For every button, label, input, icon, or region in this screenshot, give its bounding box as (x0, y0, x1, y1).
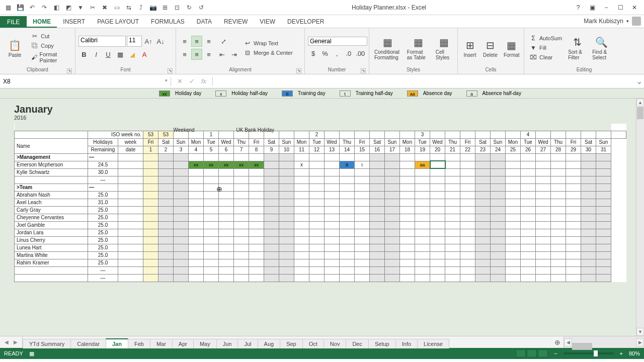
cell[interactable] (536, 221, 551, 229)
cell[interactable] (15, 176, 88, 184)
cell[interactable] (325, 266, 340, 274)
cell[interactable]: Lunea Hart (15, 244, 88, 251)
cell[interactable]: Sun (596, 138, 611, 146)
cell[interactable]: date (118, 146, 143, 153)
cell[interactable]: tt (340, 161, 355, 168)
cell[interactable] (370, 229, 385, 236)
cell[interactable] (506, 236, 521, 244)
cell[interactable] (174, 153, 189, 161)
cell[interactable] (219, 251, 234, 259)
cell[interactable] (536, 153, 551, 161)
cell[interactable] (385, 176, 400, 184)
cell[interactable] (506, 168, 521, 176)
cell[interactable] (294, 199, 309, 206)
cell[interactable] (189, 229, 204, 236)
cell[interactable] (15, 131, 88, 138)
cell[interactable] (506, 131, 521, 138)
scroll-up-icon[interactable]: ▲ (636, 99, 644, 107)
cell[interactable] (249, 251, 264, 259)
cell[interactable] (204, 214, 219, 221)
cell[interactable] (118, 168, 143, 176)
cell[interactable] (294, 191, 309, 199)
cell[interactable] (158, 206, 174, 214)
cell[interactable] (219, 168, 234, 176)
cell[interactable]: 7 (234, 146, 249, 153)
launcher-icon[interactable]: ⬊ (361, 68, 366, 73)
cell[interactable] (219, 229, 234, 236)
cell[interactable] (279, 176, 294, 184)
cell[interactable] (521, 236, 536, 244)
cell[interactable] (566, 251, 581, 259)
cell[interactable] (581, 214, 596, 221)
cell[interactable] (460, 274, 475, 282)
sheet-tab-may[interactable]: May (193, 339, 217, 348)
qat-icon[interactable]: ⊡ (172, 3, 182, 13)
cell[interactable] (475, 244, 491, 251)
sheet-tab-license[interactable]: License (417, 339, 449, 348)
cell[interactable] (158, 266, 174, 274)
cell[interactable]: Mon (294, 138, 309, 146)
cell[interactable] (264, 221, 279, 229)
cell[interactable]: Mon (400, 138, 415, 146)
cell[interactable] (400, 176, 415, 184)
decrease-indent-icon[interactable]: ⇤ (216, 49, 227, 60)
cell[interactable] (385, 199, 400, 206)
cell[interactable]: Tue (309, 138, 325, 146)
cell[interactable] (264, 229, 279, 236)
cell[interactable] (536, 206, 551, 214)
fx-icon[interactable]: fx (199, 77, 208, 86)
cell[interactable] (174, 236, 189, 244)
cell[interactable] (234, 251, 249, 259)
cell[interactable] (521, 161, 536, 168)
cell[interactable]: 25.0 (88, 229, 118, 236)
cell[interactable] (189, 168, 204, 176)
cell[interactable] (536, 176, 551, 184)
cell[interactable] (279, 161, 294, 168)
undo-icon[interactable]: ↶ (27, 3, 37, 13)
cell[interactable]: Tue (521, 138, 536, 146)
cell[interactable]: 25.0 (88, 251, 118, 259)
cell[interactable] (174, 221, 189, 229)
cell[interactable] (294, 214, 309, 221)
autosum-button[interactable]: ΣAutoSum (527, 34, 564, 43)
cell[interactable] (279, 259, 294, 266)
cell[interactable] (400, 229, 415, 236)
cell[interactable] (581, 161, 596, 168)
cell[interactable] (204, 274, 219, 282)
cell[interactable]: week (118, 138, 143, 146)
cell[interactable]: 5 (204, 146, 219, 153)
align-center-icon[interactable]: ≡ (191, 49, 202, 60)
cell[interactable] (355, 274, 370, 282)
cell[interactable]: xx (249, 161, 264, 168)
cell[interactable] (204, 244, 219, 251)
font-size-select[interactable]: 11 (127, 36, 142, 47)
cell[interactable] (143, 214, 158, 221)
number-format-select[interactable]: General (308, 37, 367, 46)
scroll-right-icon[interactable]: ▶ (636, 338, 644, 346)
cell[interactable] (385, 168, 400, 176)
cell[interactable] (294, 251, 309, 259)
cell[interactable]: 17 (385, 146, 400, 153)
cell[interactable] (551, 221, 566, 229)
cell[interactable] (551, 199, 566, 206)
cell[interactable] (340, 176, 355, 184)
cell[interactable] (118, 184, 143, 191)
cell[interactable] (234, 274, 249, 282)
cell[interactable] (15, 124, 88, 131)
cell[interactable]: 4 (521, 131, 536, 138)
cell[interactable] (189, 184, 204, 191)
cell[interactable] (430, 251, 445, 259)
cell[interactable] (219, 131, 234, 138)
cell[interactable]: Sun (174, 138, 189, 146)
cell[interactable] (219, 266, 234, 274)
cell[interactable]: 25.0 (88, 214, 118, 221)
cell[interactable] (118, 199, 143, 206)
fill-color-button[interactable]: ◢ (127, 49, 138, 60)
cell[interactable] (400, 266, 415, 274)
cell[interactable] (491, 176, 506, 184)
decrease-font-icon[interactable]: A↓ (155, 36, 166, 47)
cell[interactable] (581, 244, 596, 251)
cell[interactable] (445, 266, 460, 274)
cell[interactable] (204, 199, 219, 206)
sheet-tab-ytd-summary[interactable]: YTd Summary (23, 339, 71, 348)
